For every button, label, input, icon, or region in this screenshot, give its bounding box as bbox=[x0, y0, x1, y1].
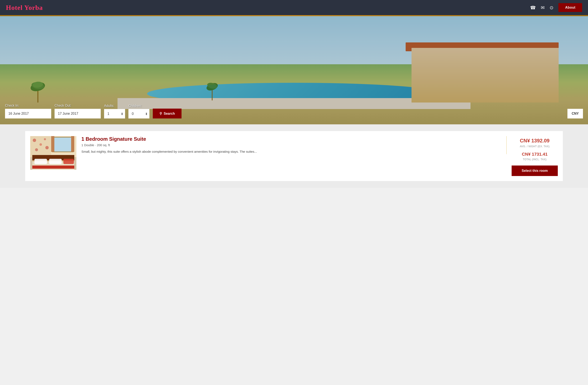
room-image-inner bbox=[30, 136, 76, 170]
email-icon[interactable]: ✉ bbox=[541, 5, 545, 10]
svg-point-11 bbox=[40, 143, 42, 146]
checkout-label: Check Out: bbox=[55, 104, 101, 108]
svg-point-14 bbox=[45, 146, 49, 149]
svg-rect-18 bbox=[71, 136, 74, 152]
currency-button[interactable]: CNY bbox=[567, 109, 583, 118]
price-per-night: CN¥ 1392.09 bbox=[520, 138, 549, 144]
brand-logo: Hotel Yorba bbox=[6, 4, 43, 12]
svg-rect-15 bbox=[52, 137, 73, 152]
rooms-section: 1 Bedroom Signature Suite 1 Double · 200… bbox=[0, 124, 588, 188]
search-button[interactable]: ⚲ Search bbox=[153, 109, 182, 118]
navbar: Hotel Yorba ☎ ✉ ⊙ About bbox=[0, 0, 588, 15]
checkin-label: Check In: bbox=[5, 104, 51, 108]
svg-rect-24 bbox=[63, 159, 74, 164]
room-image bbox=[30, 136, 76, 170]
svg-rect-22 bbox=[34, 159, 47, 164]
adults-label: Adults: bbox=[104, 104, 125, 108]
navbar-right: ☎ ✉ ⊙ About bbox=[530, 3, 582, 12]
hero-section: Check In: Check Out: Adults: 1 2 3 4 Chi… bbox=[0, 15, 588, 124]
room-info: 1 Bedroom Signature Suite 1 Double · 200… bbox=[82, 136, 506, 154]
svg-rect-23 bbox=[49, 159, 62, 164]
about-button[interactable]: About bbox=[558, 3, 582, 12]
location-icon[interactable]: ⊙ bbox=[550, 5, 553, 10]
svg-point-12 bbox=[35, 148, 38, 151]
svg-rect-17 bbox=[51, 136, 54, 152]
booking-bar: Check In: Check Out: Adults: 1 2 3 4 Chi… bbox=[0, 104, 588, 124]
svg-point-10 bbox=[33, 139, 36, 142]
price-per-night-label: AVG. / NIGHT (EX. TAX) bbox=[520, 145, 550, 148]
children-field: Children: 0 1 2 3 bbox=[128, 104, 149, 118]
price-total: CN¥ 1731.41 bbox=[522, 152, 548, 157]
children-select[interactable]: 0 1 2 3 bbox=[128, 109, 149, 118]
adults-field: Adults: 1 2 3 4 bbox=[104, 104, 125, 118]
adults-select[interactable]: 1 2 3 4 bbox=[104, 109, 125, 118]
svg-rect-25 bbox=[32, 165, 74, 169]
checkout-field: Check Out: bbox=[55, 104, 101, 118]
svg-point-13 bbox=[44, 138, 46, 140]
search-icon: ⚲ bbox=[160, 112, 162, 115]
room-details: 1 Double · 200 sq. ft bbox=[82, 143, 500, 147]
phone-icon[interactable]: ☎ bbox=[530, 5, 536, 10]
room-image-svg bbox=[30, 136, 76, 170]
search-label: Search bbox=[164, 112, 175, 115]
children-label: Children: bbox=[128, 104, 149, 108]
room-card: 1 Bedroom Signature Suite 1 Double · 200… bbox=[25, 131, 563, 181]
checkin-input[interactable] bbox=[5, 109, 51, 118]
price-total-label: TOTAL (INCL. TAX) bbox=[523, 158, 546, 161]
room-name: 1 Bedroom Signature Suite bbox=[82, 136, 500, 142]
select-room-button[interactable]: Select this room bbox=[512, 165, 558, 176]
children-select-container: 0 1 2 3 bbox=[128, 109, 149, 118]
checkout-input[interactable] bbox=[55, 109, 101, 118]
checkin-field: Check In: bbox=[5, 104, 51, 118]
adults-select-container: 1 2 3 4 bbox=[104, 109, 125, 118]
room-pricing: CN¥ 1392.09 AVG. / NIGHT (EX. TAX) CN¥ 1… bbox=[512, 136, 558, 176]
room-description: Small, but mighty, this suite offers a s… bbox=[82, 149, 500, 154]
